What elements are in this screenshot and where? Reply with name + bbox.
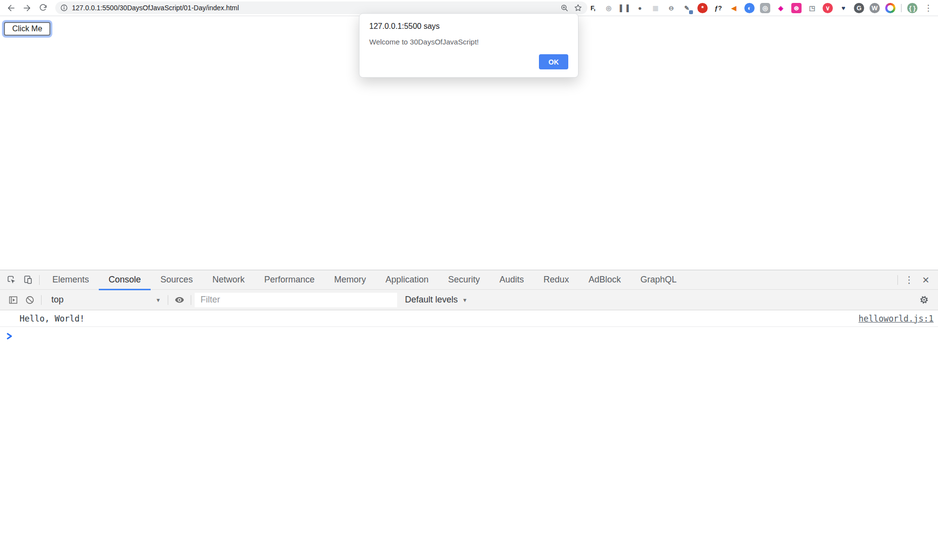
tab-audits[interactable]: Audits (490, 270, 534, 290)
url-text[interactable]: 127.0.0.1:5500/30DaysOfJavaScript/01-Day… (72, 4, 556, 12)
extension-icon-dark-swirl[interactable]: ◐ (744, 3, 755, 13)
alert-title: 127.0.0.1:5500 says (369, 22, 568, 31)
chevron-down-icon: ▼ (156, 297, 161, 303)
extension-icon-divider[interactable] (901, 4, 902, 12)
star-icon (574, 3, 582, 12)
extension-badge (830, 10, 834, 14)
forward-button[interactable] (20, 1, 34, 15)
gear-icon (919, 295, 929, 305)
tab-network[interactable]: Network (202, 270, 254, 290)
extension-icon-shutter[interactable]: ◎ (603, 3, 614, 13)
extension-icon-settings-square[interactable]: ⊛ (791, 3, 802, 13)
extension-icon-megaphone[interactable]: ◀ (729, 3, 739, 13)
extension-icon-w-circle[interactable]: W (870, 3, 880, 13)
browser-menu-button[interactable]: ⋮ (923, 3, 933, 13)
alert-actions: OK (369, 54, 568, 69)
extension-badge (658, 10, 662, 14)
extension-badge (705, 10, 709, 14)
reload-button[interactable] (36, 1, 50, 15)
device-phone-icon (23, 275, 33, 285)
toolbar-divider-2 (168, 295, 168, 305)
tab-elements[interactable]: Elements (43, 270, 99, 290)
tab-memory[interactable]: Memory (324, 270, 376, 290)
extension-badge (626, 10, 630, 14)
console-prompt-icon (6, 332, 13, 340)
console-source-link[interactable]: helloworld.js:1 (858, 314, 934, 323)
extension-icon-grid-flower[interactable]: ▦ (650, 3, 661, 13)
live-expression-button[interactable] (171, 293, 188, 307)
device-toolbar-button[interactable] (20, 273, 36, 287)
address-bar[interactable]: 127.0.0.1:5500/30DaysOfJavaScript/01-Day… (55, 1, 587, 14)
extension-badge (861, 10, 865, 14)
extension-icon-fonts-ninja[interactable]: F, (588, 3, 598, 13)
tab-sources[interactable]: Sources (151, 270, 202, 290)
forward-arrow-icon (22, 3, 32, 13)
extension-icon-json-viewer[interactable]: { } (907, 3, 917, 13)
tab-application[interactable]: Application (376, 270, 438, 290)
extension-badge (720, 10, 724, 14)
tabbar-right-divider (897, 275, 898, 285)
extension-icon-side-panels[interactable]: ▌▐ (619, 3, 629, 13)
alert-dialog: 127.0.0.1:5500 says Welcome to 30DaysOfJ… (359, 13, 579, 78)
extension-icon-rainbow-ring[interactable] (885, 3, 895, 13)
eye-icon (174, 295, 185, 305)
tab-performance[interactable]: Performance (254, 270, 324, 290)
filter-input[interactable] (195, 293, 397, 307)
back-button[interactable] (4, 1, 18, 15)
extension-badge (689, 10, 693, 14)
extension-icon-stop-hand[interactable]: * (697, 3, 708, 13)
tab-console[interactable]: Console (99, 270, 151, 290)
back-arrow-icon (6, 3, 16, 13)
extension-icon-bug[interactable]: ● (635, 3, 645, 13)
chevron-down-icon: ▼ (462, 297, 468, 303)
extension-badge (783, 10, 787, 14)
inspect-cursor-icon (6, 275, 17, 285)
extension-badge (814, 10, 818, 14)
extension-badge (611, 10, 615, 14)
extension-icon-camera[interactable]: ◎ (760, 3, 770, 13)
extension-badge (899, 9, 903, 13)
extension-icon-tour-blocks[interactable]: ◳ (807, 3, 817, 13)
ban-circle-icon (25, 295, 35, 305)
clear-console-button[interactable] (22, 293, 38, 307)
console-toolbar: top ▼ Default levels ▼ (0, 290, 938, 310)
sidebar-panel-icon (8, 295, 18, 305)
tab-adblock[interactable]: AdBlock (579, 270, 630, 290)
ok-button[interactable]: OK (539, 54, 568, 69)
tab-security[interactable]: Security (438, 270, 490, 290)
tab-redux[interactable]: Redux (534, 270, 579, 290)
extension-icon-graphql[interactable]: ◈ (776, 3, 786, 13)
devtools-close-button[interactable]: × (917, 273, 934, 287)
toolbar-divider (41, 295, 42, 305)
extension-badge (595, 10, 599, 14)
devtools-menu-button[interactable]: ⋮ (901, 273, 917, 287)
extension-badge (893, 10, 896, 14)
extension-icon-function-help[interactable]: ƒ? (713, 3, 723, 13)
console-settings-button[interactable] (916, 293, 932, 307)
extension-icon-dash-circle[interactable]: ⊖ (666, 3, 676, 13)
click-me-button[interactable]: Click Me (4, 22, 50, 36)
extension-badge (846, 10, 849, 14)
extension-badge (915, 10, 918, 14)
console-message-row: Hello, World! helloworld.js:1 (0, 310, 938, 327)
extensions-bar: F, ◎ ▌▐ ● ▦ ⊖ ✎ * (588, 3, 917, 13)
console-message-text: Hello, World! (20, 314, 85, 323)
extension-badge (877, 10, 881, 14)
inspect-element-button[interactable] (3, 273, 20, 287)
extension-badge (673, 10, 677, 14)
tabbar-divider (39, 275, 40, 285)
extension-badge (752, 10, 756, 14)
console-sidebar-toggle-button[interactable] (5, 293, 22, 307)
extension-icon-heart-search[interactable]: ♥ (838, 3, 849, 13)
extension-icon-color-picker-eyedropper[interactable]: ✎ (682, 3, 692, 13)
log-levels-select[interactable]: Default levels ▼ (405, 295, 468, 305)
bookmark-star-button[interactable] (574, 3, 582, 12)
page-info-icon[interactable] (60, 4, 68, 12)
zoom-button[interactable] (560, 4, 569, 12)
toolbar-divider-3 (191, 295, 191, 305)
extension-icon-pocket[interactable]: ∨ (823, 3, 833, 13)
tab-graphql[interactable]: GraphQL (630, 270, 686, 290)
extension-icon-g-circle[interactable]: G (854, 3, 864, 13)
console-prompt-row[interactable] (0, 327, 938, 342)
execution-context-select[interactable]: top ▼ (45, 295, 161, 305)
